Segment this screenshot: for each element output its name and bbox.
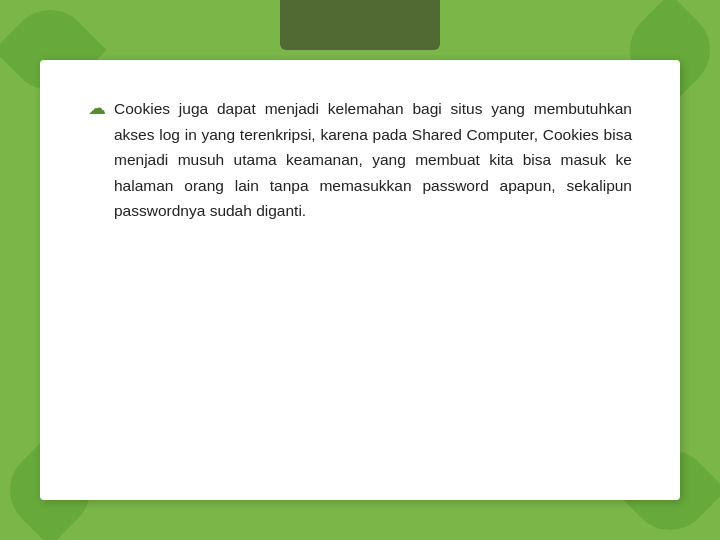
top-box — [280, 0, 440, 50]
bullet-item: ☁ Cookies juga dapat menjadi kelemahan b… — [88, 96, 632, 224]
bullet-icon: ☁ — [88, 97, 106, 119]
bullet-text: Cookies juga dapat menjadi kelemahan bag… — [114, 96, 632, 224]
content-card: ☁ Cookies juga dapat menjadi kelemahan b… — [40, 60, 680, 500]
